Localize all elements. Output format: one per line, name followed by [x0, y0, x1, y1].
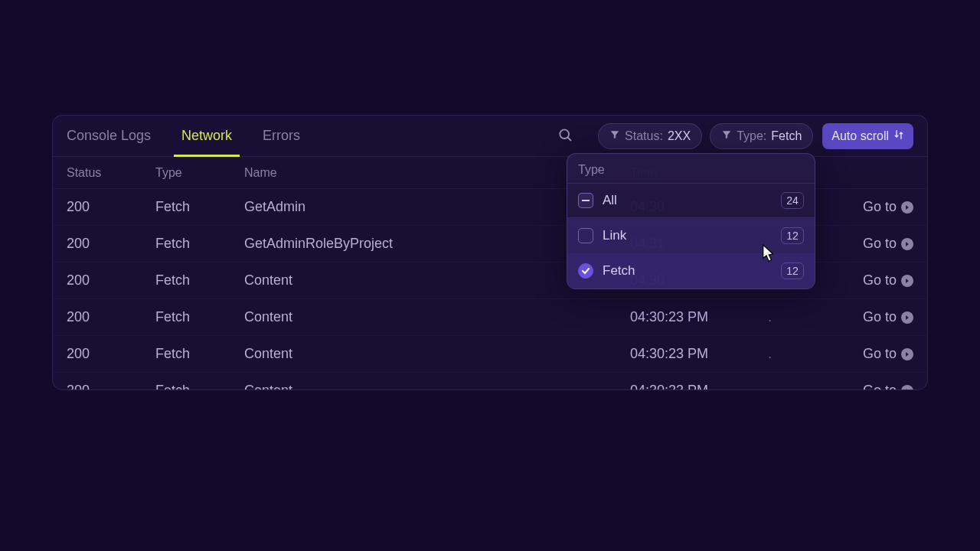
checkbox-icon — [578, 228, 593, 243]
arrow-right-circle-icon — [901, 201, 913, 214]
filter-type[interactable]: Type: Fetch — [710, 123, 813, 149]
cell-type: Fetch — [155, 383, 244, 390]
svg-rect-2 — [582, 200, 590, 201]
dropdown-title: Type — [567, 154, 815, 183]
arrow-right-circle-icon — [901, 348, 913, 360]
table-row[interactable]: 200FetchContent04:30:23 PM.Go to — [53, 373, 927, 390]
go-to-link[interactable]: Go to — [844, 309, 913, 325]
cell-status: 200 — [67, 199, 155, 215]
go-to-link[interactable]: Go to — [844, 383, 913, 390]
count-badge: 24 — [781, 192, 804, 209]
count-badge: 12 — [781, 262, 804, 279]
go-to-link[interactable]: Go to — [844, 199, 913, 215]
count-badge: 12 — [781, 227, 804, 244]
sort-icon — [893, 129, 904, 143]
arrow-right-circle-icon — [901, 238, 913, 250]
dropdown-item-label: Link — [603, 228, 772, 243]
table-row[interactable]: 200FetchContent04:30:23 PM.Go to — [53, 299, 927, 336]
filter-status-value: 2XX — [668, 129, 691, 143]
go-to-link[interactable]: Go to — [844, 272, 913, 289]
cell-status: 200 — [67, 272, 155, 289]
cell-status: 200 — [67, 309, 155, 325]
cell-type: Fetch — [155, 236, 244, 252]
dropdown-item-label: Fetch — [603, 263, 772, 279]
tab-errors[interactable]: Errors — [247, 116, 315, 157]
tab-network[interactable]: Network — [166, 116, 247, 157]
checkbox-icon — [578, 263, 593, 279]
table-row[interactable]: 200FetchContent04:30:23 PM.Go to — [53, 336, 927, 373]
cell-name: Content — [244, 383, 630, 390]
cell-type: Fetch — [155, 272, 244, 289]
search-icon — [557, 127, 573, 145]
filter-icon — [721, 129, 732, 143]
cell-name: Content — [244, 309, 630, 325]
arrow-right-circle-icon — [901, 275, 913, 287]
cell-status: 200 — [67, 383, 155, 390]
cell-time: 04:30:23 PM — [630, 383, 768, 390]
auto-scroll-button[interactable]: Auto scroll — [822, 123, 913, 149]
filter-status[interactable]: Status: 2XX — [598, 123, 702, 149]
cell-extra: . — [768, 383, 844, 390]
dropdown-item-fetch[interactable]: Fetch12 — [567, 253, 815, 289]
cell-name: Content — [244, 346, 630, 362]
cell-type: Fetch — [155, 309, 244, 325]
cell-status: 200 — [67, 346, 155, 362]
dropdown-item-all[interactable]: All24 — [567, 183, 815, 218]
dropdown-item-label: All — [603, 193, 772, 208]
auto-scroll-label: Auto scroll — [831, 129, 889, 143]
pointer-cursor-icon — [756, 243, 776, 269]
checkbox-icon — [578, 193, 593, 208]
column-header-status: Status — [67, 166, 155, 180]
type-filter-dropdown: Type All24Link12Fetch12 — [567, 153, 815, 289]
arrow-right-circle-icon — [901, 311, 913, 324]
svg-line-1 — [568, 137, 571, 140]
cell-type: Fetch — [155, 199, 244, 215]
go-to-link[interactable]: Go to — [844, 236, 913, 252]
cell-time: 04:30:23 PM — [630, 346, 768, 362]
dropdown-item-link[interactable]: Link12 — [567, 218, 815, 253]
tab-console-logs[interactable]: Console Logs — [67, 116, 166, 157]
search-button[interactable] — [552, 123, 578, 149]
cell-extra: . — [768, 309, 844, 325]
filter-status-label: Status: — [625, 129, 663, 143]
tabs-row: Console Logs Network Errors Status: 2XX … — [53, 116, 927, 157]
cell-type: Fetch — [155, 346, 244, 362]
column-header-type: Type — [155, 166, 244, 180]
cell-extra: . — [768, 346, 844, 362]
cell-time: 04:30:23 PM — [630, 309, 768, 325]
cell-status: 200 — [67, 236, 155, 252]
filter-type-label: Type: — [737, 129, 766, 143]
arrow-right-circle-icon — [901, 385, 913, 391]
go-to-link[interactable]: Go to — [844, 346, 913, 362]
filter-icon — [609, 129, 620, 143]
filter-type-value: Fetch — [771, 129, 802, 143]
